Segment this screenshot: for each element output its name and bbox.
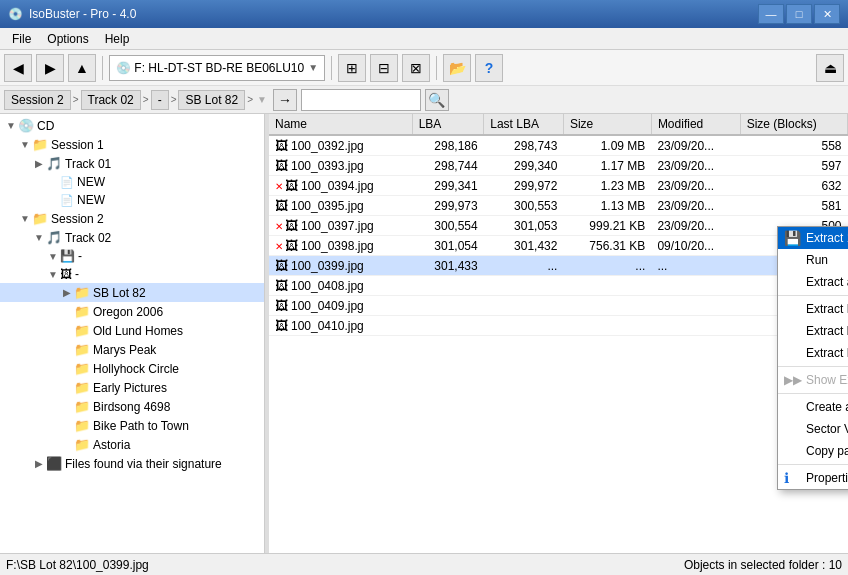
toolbar-grid-med[interactable]: ⊟: [370, 54, 398, 82]
toolbar-grid-small[interactable]: ⊞: [338, 54, 366, 82]
ctx-sectorview[interactable]: Sector View Ctrl+S: [778, 418, 848, 440]
toolbar-sep1: [102, 56, 103, 80]
toolbar-open[interactable]: 📂: [443, 54, 471, 82]
cd-label: CD: [37, 119, 54, 133]
table-row[interactable]: 🖼100_0392.jpg298,186298,7431.09 MB23/09/…: [269, 135, 848, 156]
col-lastlba[interactable]: Last LBA: [484, 114, 564, 135]
toggle-dash1[interactable]: ▼: [46, 249, 60, 263]
lba-cell: 301,433: [412, 256, 484, 276]
ctx-filtermpeg[interactable]: Extract but FILTER only MPEG frames: [778, 320, 848, 342]
file-name: 100_0394.jpg: [301, 179, 374, 193]
tree-node-track01[interactable]: ▶ 🎵 Track 01: [0, 154, 264, 173]
table-row[interactable]: 🖼100_0393.jpg298,744299,3401.17 MB23/09/…: [269, 156, 848, 176]
tree-node-hollyhockcircle[interactable]: 📁 Hollyhock Circle: [0, 359, 264, 378]
menu-options[interactable]: Options: [39, 30, 96, 48]
table-row[interactable]: 🖼100_0409.jpg: [269, 296, 848, 316]
tree-node-dash1[interactable]: ▼ 💾 -: [0, 247, 264, 265]
drive-dropdown-arrow[interactable]: ▼: [308, 62, 318, 73]
lba-cell: 299,973: [412, 196, 484, 216]
lastlba-cell: 300,553: [484, 196, 564, 216]
ctx-properties[interactable]: ℹ Properties Ctrl+I: [778, 467, 848, 489]
file-name-cell: ✕🖼100_0394.jpg: [269, 176, 412, 196]
addr-track02[interactable]: Track 02: [81, 90, 141, 110]
tree-node-earlypictures[interactable]: 📁 Early Pictures: [0, 378, 264, 397]
search-input[interactable]: [301, 89, 421, 111]
col-size[interactable]: Size: [563, 114, 651, 135]
addr-go-button[interactable]: →: [273, 89, 297, 111]
menu-help[interactable]: Help: [97, 30, 138, 48]
toolbar-up[interactable]: ▲: [68, 54, 96, 82]
toolbar-grid-large[interactable]: ⊠: [402, 54, 430, 82]
menu-file[interactable]: File: [4, 30, 39, 48]
ctx-extractrawdata[interactable]: Extract RAW Data (2352 bytes/block): [778, 342, 848, 364]
tree-node-cd[interactable]: ▼ 💿 CD: [0, 116, 264, 135]
table-row[interactable]: 🖼100_0408.jpg: [269, 276, 848, 296]
maximize-button[interactable]: □: [786, 4, 812, 24]
tree-node-sblot82[interactable]: ▶ 📁 SB Lot 82: [0, 283, 264, 302]
addr-dash[interactable]: -: [151, 90, 169, 110]
toggle-sblot82[interactable]: ▶: [60, 286, 74, 300]
col-modified[interactable]: Modified: [651, 114, 740, 135]
toolbar-help[interactable]: ?: [475, 54, 503, 82]
col-lba[interactable]: LBA: [412, 114, 484, 135]
tree-node-dash2[interactable]: ▼ 🖼 -: [0, 265, 264, 283]
toggle-bikepathtotown: [60, 419, 74, 433]
tree-node-new1[interactable]: 📄 NEW: [0, 173, 264, 191]
ctx-run[interactable]: Run Shift+Ctrl+R: [778, 249, 848, 271]
tree-node-session1[interactable]: ▼ 📁 Session 1: [0, 135, 264, 154]
table-row[interactable]: 🖼100_0395.jpg299,973300,5531.13 MB23/09/…: [269, 196, 848, 216]
toolbar-eject[interactable]: ⏏: [816, 54, 844, 82]
toolbar-back[interactable]: ◀: [4, 54, 32, 82]
toggle-cd[interactable]: ▼: [4, 119, 18, 133]
file-name: 100_0395.jpg: [291, 199, 364, 213]
ctx-extract[interactable]: 💾 Extract 100_0399.jpg Shift+Ctrl+E: [778, 227, 848, 249]
ctx-extractandrun[interactable]: Extract and Run: [778, 271, 848, 293]
table-header-row: Name LBA Last LBA Size Modified Size (Bl…: [269, 114, 848, 135]
address-parts: Session 2 > Track 02 > - > SB Lot 82 > ▼: [4, 90, 269, 110]
col-name[interactable]: Name: [269, 114, 412, 135]
ctx-createlist[interactable]: Create a list of known erroneous sector …: [778, 396, 848, 418]
toggle-track01[interactable]: ▶: [32, 157, 46, 171]
tree-content: ▼ 💿 CD ▼ 📁 Session 1 ▶ 🎵 Track 01: [0, 114, 264, 475]
tree-node-oregon2006[interactable]: 📁 Oregon 2006: [0, 302, 264, 321]
minimize-button[interactable]: —: [758, 4, 784, 24]
toggle-track02[interactable]: ▼: [32, 231, 46, 245]
lastlba-cell: [484, 316, 564, 336]
close-button[interactable]: ✕: [814, 4, 840, 24]
tree-node-oldlundhomes[interactable]: 📁 Old Lund Homes: [0, 321, 264, 340]
table-row[interactable]: ✕🖼100_0394.jpg299,341299,9721.23 MB23/09…: [269, 176, 848, 196]
lastlba-cell: [484, 296, 564, 316]
table-row[interactable]: 🖼100_0399.jpg301,433............: [269, 256, 848, 276]
table-row[interactable]: ✕🖼100_0397.jpg300,554301,053999.21 KB23/…: [269, 216, 848, 236]
tree-node-session2[interactable]: ▼ 📁 Session 2: [0, 209, 264, 228]
table-row[interactable]: ✕🖼100_0398.jpg301,054301,432756.31 KB09/…: [269, 236, 848, 256]
lastlba-cell: ...: [484, 256, 564, 276]
tree-node-astoria[interactable]: 📁 Astoria: [0, 435, 264, 454]
ctx-extractraw[interactable]: Extract Raw but convert to User Data: [778, 298, 848, 320]
tree-node-maryspeak[interactable]: 📁 Marys Peak: [0, 340, 264, 359]
size-cell: 1.17 MB: [563, 156, 651, 176]
session1-icon: 📁: [32, 137, 48, 152]
size-cell: 1.13 MB: [563, 196, 651, 216]
tree-node-birdsong4698[interactable]: 📁 Birdsong 4698: [0, 397, 264, 416]
session1-label: Session 1: [51, 138, 104, 152]
tree-node-filesig[interactable]: ▶ ⬛ Files found via their signature: [0, 454, 264, 473]
addr-session2[interactable]: Session 2: [4, 90, 71, 110]
new1-label: NEW: [77, 175, 105, 189]
col-sizeblocks[interactable]: Size (Blocks): [740, 114, 847, 135]
search-button[interactable]: 🔍: [425, 89, 449, 111]
tree-node-track02[interactable]: ▼ 🎵 Track 02: [0, 228, 264, 247]
tree-node-bikepathtotown[interactable]: 📁 Bike Path to Town: [0, 416, 264, 435]
ctx-copypath[interactable]: Copy path as text to clipboard Ctrl+C: [778, 440, 848, 462]
bikepathtotown-icon: 📁: [74, 418, 90, 433]
tree-node-new2[interactable]: 📄 NEW: [0, 191, 264, 209]
toggle-session1[interactable]: ▼: [18, 138, 32, 152]
toggle-session2[interactable]: ▼: [18, 212, 32, 226]
addr-sblot82[interactable]: SB Lot 82: [178, 90, 245, 110]
toggle-dash2[interactable]: ▼: [46, 267, 60, 281]
drive-selector[interactable]: 💿 F: HL-DT-ST BD-RE BE06LU10 ▼: [109, 55, 325, 81]
toggle-filesig[interactable]: ▶: [32, 457, 46, 471]
addr-dropdown[interactable]: ▼: [255, 94, 269, 105]
toolbar-play[interactable]: ▶: [36, 54, 64, 82]
table-row[interactable]: 🖼100_0410.jpg: [269, 316, 848, 336]
